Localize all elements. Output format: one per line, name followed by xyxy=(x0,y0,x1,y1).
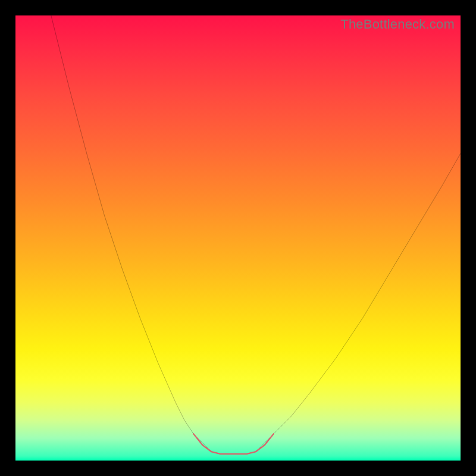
chart-frame: TheBottleneck.com xyxy=(0,0,476,476)
left-curve xyxy=(51,15,211,452)
right-curve xyxy=(256,154,461,452)
plot-area: TheBottleneck.com xyxy=(15,15,461,461)
curve-layer xyxy=(15,15,461,461)
valley-marker xyxy=(193,434,274,454)
